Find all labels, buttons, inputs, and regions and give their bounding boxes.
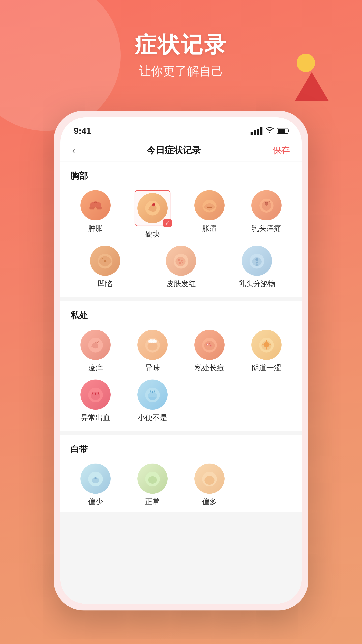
baidi3-label: 偏多 xyxy=(202,497,217,507)
rutoufen-label: 乳头分泌物 xyxy=(239,279,275,289)
yangyang-icon xyxy=(80,330,111,360)
xiaobian-label: 小便不是 xyxy=(138,413,167,422)
status-icons xyxy=(251,126,288,135)
private-grid-row1: 瘙痒 xyxy=(70,330,292,373)
symptom-aoxian[interactable]: 凹陷 xyxy=(70,246,140,289)
svg-point-37 xyxy=(209,343,210,344)
svg-point-55 xyxy=(204,476,215,485)
symptom-yichangchuxue[interactable]: 异常出血 xyxy=(70,380,121,422)
symptom-yangyang[interactable]: 瘙痒 xyxy=(70,330,121,373)
yiwei-label: 异味 xyxy=(145,363,160,373)
svg-point-35 xyxy=(210,345,211,346)
symptom-pifufahong[interactable]: 皮肤发红 xyxy=(146,246,216,289)
symptom-zhongzhang[interactable]: 肿胀 xyxy=(70,190,121,239)
yindaogannie-label: 阴道干涩 xyxy=(252,363,281,373)
zhongzhang-label: 肿胀 xyxy=(88,224,103,233)
pifufahong-label: 皮肤发红 xyxy=(166,279,196,289)
chest-section: 胸部 xyxy=(60,162,302,297)
symptom-zhangtong[interactable]: 胀痛 xyxy=(184,190,235,239)
private-section: 私处 xyxy=(60,301,302,431)
private-section-title: 私处 xyxy=(70,310,292,321)
baidi2-icon xyxy=(137,464,168,494)
header-text-block: 症状记录 让你更了解自己 xyxy=(135,30,227,79)
wifi-icon xyxy=(266,126,274,135)
chest-grid-row2: 凹陷 xyxy=(70,246,292,289)
svg-point-33 xyxy=(207,344,208,345)
svg-point-25 xyxy=(147,342,158,350)
battery-icon xyxy=(277,128,288,134)
rutouchengtong-label: 乳头痒痛 xyxy=(252,224,281,233)
bg-dot-decoration xyxy=(297,54,315,72)
pifufahong-icon xyxy=(166,246,196,276)
rutouchengtong-icon xyxy=(251,190,282,220)
svg-point-16 xyxy=(181,260,183,262)
svg-point-18 xyxy=(182,262,183,263)
symptom-rutouchengtong[interactable]: 乳头痒痛 xyxy=(241,190,292,239)
private-grid-row2: 异常出血 xyxy=(70,380,292,422)
symptom-baidi3[interactable]: 偏多 xyxy=(184,464,235,507)
phone-screen: 9:41 xyxy=(60,118,302,604)
phone-mockup: 9:41 xyxy=(54,111,308,610)
symptom-yingkuai[interactable]: ✓ 硬块 xyxy=(127,190,178,239)
status-bar: 9:41 xyxy=(60,118,302,139)
xiaobian-icon xyxy=(137,380,168,410)
nav-title: 今日症状记录 xyxy=(147,144,201,156)
bg-triangle-decoration xyxy=(295,72,329,100)
save-button[interactable]: 保存 xyxy=(273,144,290,156)
aoxian-label: 凹陷 xyxy=(98,279,112,289)
svg-point-21 xyxy=(255,258,258,261)
nav-bar: ‹ 今日症状记录 保存 xyxy=(60,139,302,162)
baidi3-icon xyxy=(194,464,225,494)
svg-point-14 xyxy=(175,257,186,266)
app-title: 症状记录 xyxy=(135,30,227,60)
yingkuai-label: 硬块 xyxy=(145,229,160,239)
yingkuai-icon xyxy=(137,193,168,223)
rutoufen-icon xyxy=(242,246,272,276)
symptom-baidi2[interactable]: 正常 xyxy=(127,464,178,507)
yindaogannie-icon xyxy=(251,330,282,360)
yichangchuxue-icon xyxy=(80,380,111,410)
svg-point-15 xyxy=(178,259,180,261)
back-button[interactable]: ‹ xyxy=(72,146,75,156)
zhangtong-icon xyxy=(194,190,225,220)
discharge-section-title: 白带 xyxy=(70,444,292,455)
discharge-section: 白带 偏少 xyxy=(60,435,302,512)
yichangchuxue-label: 异常出血 xyxy=(81,413,110,422)
svg-point-17 xyxy=(179,262,181,264)
symptom-baidi1[interactable]: 偏少 xyxy=(70,464,121,507)
aoxian-icon xyxy=(90,246,120,276)
sizuchanzhen-label: 私处长痘 xyxy=(195,363,224,373)
sizuchanzhen-icon xyxy=(194,330,225,360)
zhongzhang-icon xyxy=(80,190,111,220)
symptom-rutoufen[interactable]: 乳头分泌物 xyxy=(222,246,292,289)
symptom-sizuchanzhen[interactable]: 私处长痘 xyxy=(184,330,235,373)
discharge-grid: 偏少 正常 xyxy=(70,464,292,507)
svg-point-40 xyxy=(264,342,269,348)
zhangtong-label: 胀痛 xyxy=(202,224,217,233)
app-subtitle: 让你更了解自己 xyxy=(135,63,227,79)
baidi1-label: 偏少 xyxy=(88,497,103,507)
symptom-yiwei[interactable]: 异味 xyxy=(127,330,178,373)
svg-point-49 xyxy=(149,397,156,400)
signal-icon xyxy=(251,126,263,135)
status-time: 9:41 xyxy=(74,126,91,136)
phone-shell: 9:41 xyxy=(54,111,308,610)
yangyang-label: 瘙痒 xyxy=(88,363,103,373)
symptom-yindaogannie[interactable]: 阴道干涩 xyxy=(241,330,292,373)
yiwei-icon xyxy=(137,330,168,360)
baidi2-label: 正常 xyxy=(145,497,160,507)
svg-point-53 xyxy=(148,476,157,484)
chest-section-title: 胸部 xyxy=(70,170,292,182)
baidi1-icon xyxy=(80,464,111,494)
svg-point-27 xyxy=(148,340,153,343)
symptom-xiaobian[interactable]: 小便不是 xyxy=(127,380,178,422)
svg-point-0 xyxy=(269,132,270,133)
svg-point-28 xyxy=(152,340,157,343)
svg-point-22 xyxy=(256,263,258,266)
chest-grid-row1: 肿胀 xyxy=(70,190,292,239)
content-area: 胸部 xyxy=(60,162,302,604)
